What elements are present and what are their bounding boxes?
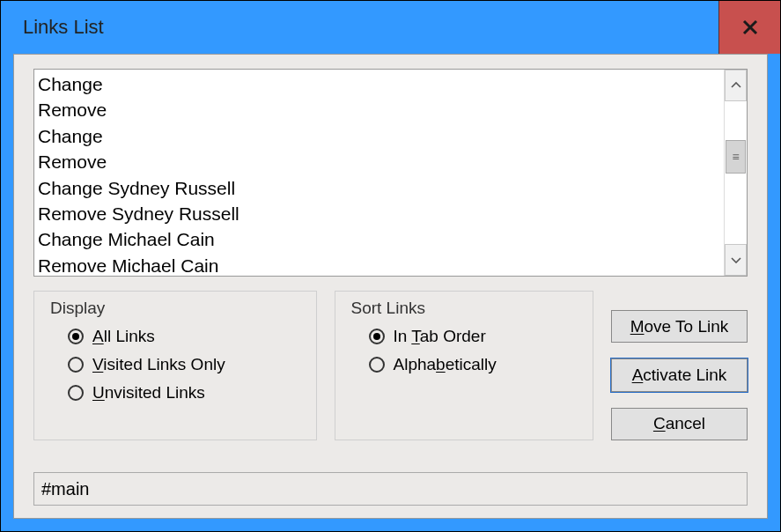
options-row: Display All Links Visited Links Only Unv… [33,291,748,440]
activate-link-button[interactable]: Activate Link [611,358,748,391]
radio-label: Alphabetically [394,355,497,374]
radio-label: Visited Links Only [92,355,225,374]
status-text: #main [41,479,89,499]
radio-indicator [68,329,84,344]
scroll-down-button[interactable] [725,244,747,276]
chevron-down-icon [731,256,741,263]
title-bar: Links List [1,1,780,54]
button-column: Move To Link Activate Link Cancel [611,291,748,440]
radio-label: Unvisited Links [92,383,205,403]
radio-indicator [68,357,84,373]
scrollbar-track[interactable]: ≡ [725,101,747,244]
status-bar: #main [33,472,748,506]
scroll-up-button[interactable] [725,70,747,101]
scrollbar-vertical[interactable]: ≡ [724,70,747,276]
move-to-link-button[interactable]: Move To Link [611,310,748,343]
list-item[interactable]: Change Sydney Russell [38,175,720,201]
radio-label: All Links [92,327,155,346]
list-item[interactable]: Change [38,123,720,149]
close-icon [741,18,759,36]
radio-indicator [68,385,84,401]
links-listbox[interactable]: Change Remove Change Remove Change Sydne… [33,69,748,277]
window-frame: Links List Change Remove Change Remove C… [0,0,781,532]
client-area: Change Remove Change Remove Change Sydne… [13,54,768,519]
scrollbar-thumb[interactable]: ≡ [726,140,746,174]
chevron-up-icon [731,82,741,89]
list-item[interactable]: Remove Sydney Russell [38,201,720,226]
radio-indicator [369,329,385,344]
display-legend: Display [50,299,300,318]
radio-indicator [369,357,385,373]
radio-unvisited-links[interactable]: Unvisited Links [68,383,300,403]
sort-group: Sort Links In Tab Order Alphabetically [335,291,594,440]
list-item[interactable]: Remove [38,97,720,122]
list-item[interactable]: Remove [38,149,720,174]
list-item[interactable]: Remove Michael Cain [38,253,720,276]
radio-visited-links[interactable]: Visited Links Only [68,355,300,374]
cancel-button[interactable]: Cancel [611,408,748,440]
radio-tab-order[interactable]: In Tab Order [369,327,578,346]
sort-legend: Sort Links [351,299,578,318]
close-button[interactable] [718,1,780,54]
links-list-content: Change Remove Change Remove Change Sydne… [34,70,724,276]
radio-alphabetically[interactable]: Alphabetically [369,355,578,374]
radio-label: In Tab Order [394,327,486,346]
list-item[interactable]: Change [38,71,720,97]
display-group: Display All Links Visited Links Only Unv… [33,291,317,440]
window-title: Links List [23,16,104,39]
radio-all-links[interactable]: All Links [68,327,300,346]
list-item[interactable]: Change Michael Cain [38,226,720,252]
